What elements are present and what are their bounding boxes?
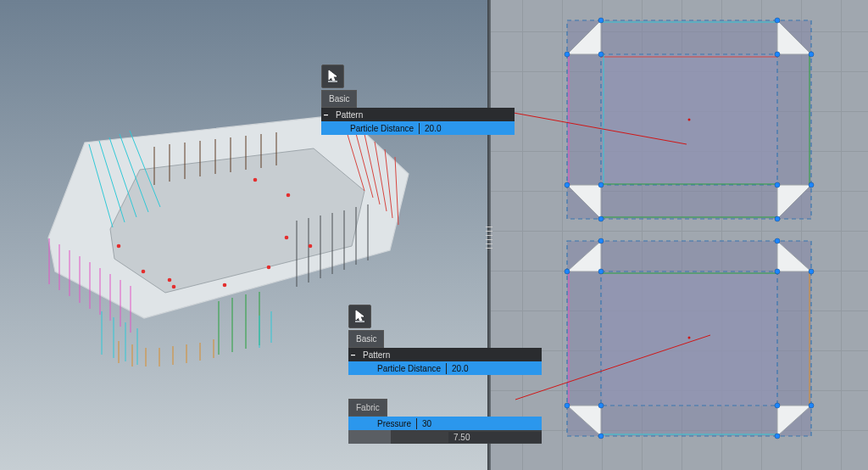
- svg-line-120: [515, 335, 710, 400]
- slider-row[interactable]: 7.50: [348, 430, 542, 444]
- collapse-icon[interactable]: –: [348, 350, 358, 361]
- slider-value-input[interactable]: 7.50: [448, 432, 542, 443]
- collapse-icon[interactable]: –: [321, 109, 331, 120]
- particle-distance-input[interactable]: 20.0: [446, 363, 542, 374]
- slider-fill: [348, 430, 391, 444]
- pressure-input[interactable]: 30: [416, 418, 542, 429]
- svg-rect-122: [355, 321, 364, 322]
- particle-distance-input[interactable]: 20.0: [419, 123, 515, 134]
- basic-tab-button[interactable]: Basic: [348, 330, 384, 348]
- row-label: Particle Distance: [345, 123, 419, 134]
- basic-tab-button[interactable]: Basic: [321, 90, 357, 108]
- row-particle-distance[interactable]: Particle Distance 20.0: [321, 121, 515, 135]
- property-panel-bottom[interactable]: Basic – Pattern Particle Distance 20.0 F…: [348, 305, 542, 444]
- link-dot-icon: [337, 126, 342, 131]
- cursor-icon: [354, 310, 366, 323]
- link-dot-icon: [364, 421, 369, 426]
- fabric-tab-button[interactable]: Fabric: [348, 399, 387, 417]
- link-dot-icon: [364, 366, 369, 371]
- row-label: Particle Distance: [372, 363, 446, 374]
- pick-tool-button[interactable]: [348, 305, 371, 328]
- section-title: Pattern: [358, 350, 395, 361]
- property-panel-top[interactable]: Basic – Pattern Particle Distance 20.0: [321, 64, 515, 135]
- section-title: Pattern: [331, 109, 368, 120]
- section-header-pattern[interactable]: – Pattern: [321, 108, 515, 121]
- row-label: Pressure: [372, 418, 416, 429]
- row-pressure[interactable]: Pressure 30: [348, 417, 542, 430]
- cursor-icon: [327, 70, 339, 83]
- svg-rect-121: [328, 81, 337, 82]
- svg-line-119: [514, 113, 687, 144]
- pick-tool-button[interactable]: [321, 64, 344, 88]
- row-particle-distance[interactable]: Particle Distance 20.0: [348, 361, 542, 375]
- section-header-pattern[interactable]: – Pattern: [348, 348, 542, 361]
